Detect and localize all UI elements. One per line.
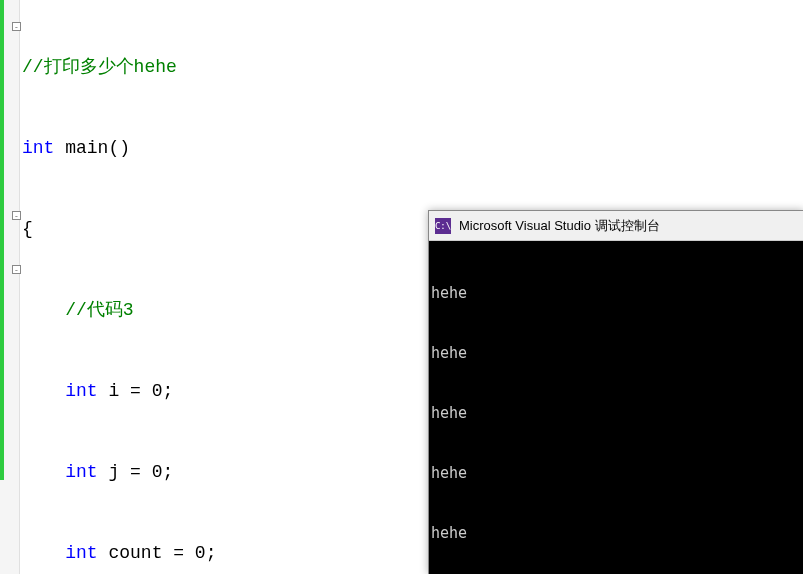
parens: () bbox=[108, 138, 130, 158]
code-line: int count = 0; bbox=[22, 540, 465, 567]
var-name: i bbox=[108, 381, 119, 401]
op-text: = 0; bbox=[162, 543, 216, 563]
op-text: = 0; bbox=[119, 462, 173, 482]
code-line: int i = 0; bbox=[22, 378, 465, 405]
debug-console-window[interactable]: C:\ Microsoft Visual Studio 调试控制台 hehe h… bbox=[428, 210, 803, 574]
vs-console-icon: C:\ bbox=[435, 218, 451, 234]
type-keyword: int bbox=[22, 138, 54, 158]
console-line: hehe bbox=[431, 343, 802, 363]
code-line: //打印多少个hehe bbox=[22, 54, 465, 81]
type-keyword: int bbox=[65, 381, 97, 401]
type-keyword: int bbox=[65, 543, 97, 563]
console-title: Microsoft Visual Studio 调试控制台 bbox=[459, 217, 660, 235]
type-keyword: int bbox=[65, 462, 97, 482]
console-output[interactable]: hehe hehe hehe hehe hehe hehe hehe hehe … bbox=[429, 241, 803, 574]
console-titlebar[interactable]: C:\ Microsoft Visual Studio 调试控制台 bbox=[429, 211, 803, 241]
function-name: main bbox=[65, 138, 108, 158]
console-line: hehe bbox=[431, 283, 802, 303]
code-line: int j = 0; bbox=[22, 459, 465, 486]
console-line: hehe bbox=[431, 403, 802, 423]
console-line: hehe bbox=[431, 463, 802, 483]
console-icon-label: C:\ bbox=[435, 221, 451, 231]
console-line: hehe bbox=[431, 523, 802, 543]
code-content[interactable]: //打印多少个hehe int main() { //代码3 int i = 0… bbox=[22, 0, 465, 574]
comment-text: //打印多少个hehe bbox=[22, 57, 177, 77]
code-line: //代码3 bbox=[22, 297, 465, 324]
op-text: = 0; bbox=[119, 381, 173, 401]
code-line: { bbox=[22, 216, 465, 243]
fold-toggle-icon[interactable]: - bbox=[12, 265, 21, 274]
fold-toggle-icon[interactable]: - bbox=[12, 22, 21, 31]
var-name: j bbox=[108, 462, 119, 482]
comment-text: //代码3 bbox=[65, 300, 133, 320]
change-indicator-bar bbox=[0, 0, 4, 480]
fold-toggle-icon[interactable]: - bbox=[12, 211, 21, 220]
code-line: int main() bbox=[22, 135, 465, 162]
brace: { bbox=[22, 219, 33, 239]
editor-gutter: - - - bbox=[0, 0, 20, 574]
var-name: count bbox=[108, 543, 162, 563]
